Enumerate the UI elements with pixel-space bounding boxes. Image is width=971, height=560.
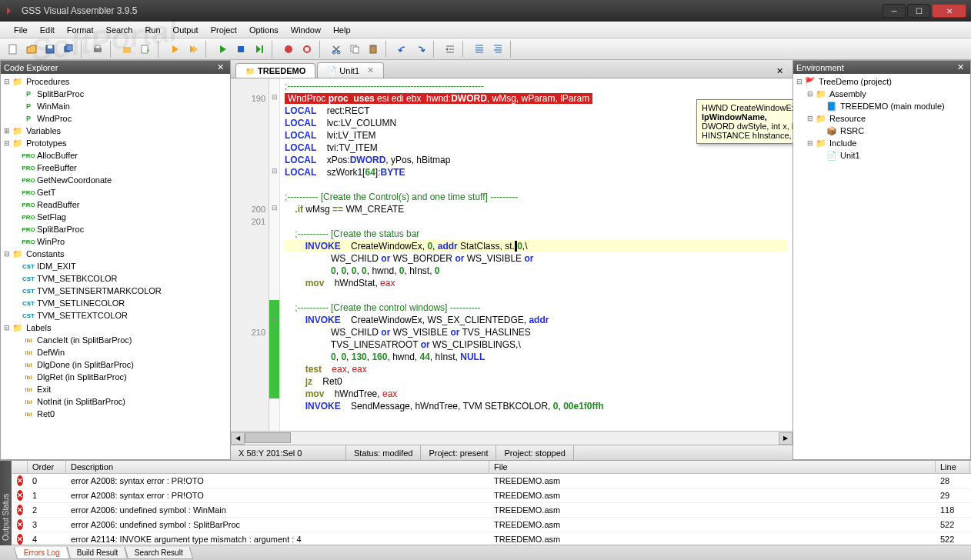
menu-file[interactable]: File [8, 24, 34, 36]
cut-button[interactable] [328, 41, 345, 58]
output-status-label: Output Status [0, 461, 12, 545]
svg-rect-2 [48, 45, 52, 48]
tree-item[interactable]: PROReadBuffer [2, 198, 229, 211]
debug-button[interactable] [280, 41, 297, 58]
copy-button[interactable] [346, 41, 363, 58]
editor-hscrollbar[interactable]: ◀ ▶ [231, 431, 792, 445]
tree-item[interactable]: PROWinPro [2, 235, 229, 248]
code-editor[interactable]: 190200201210 ⊟⊟⊟⊟ ;---------------------… [231, 78, 792, 431]
tree-item[interactable]: PWinMain [2, 100, 229, 112]
menu-run[interactable]: Run [138, 24, 166, 36]
close-button[interactable]: ✕ [932, 4, 966, 18]
format-button[interactable] [489, 41, 506, 58]
tree-item[interactable]: lblRet0 [2, 408, 229, 420]
tree-group[interactable]: ⊟📁Prototypes [2, 137, 229, 149]
run-button[interactable] [214, 41, 231, 58]
tree-item[interactable]: CSTTVM_SETLINECOLOR [2, 297, 229, 309]
env-tree-item[interactable]: ⊟🚩TreeDemo (project) [795, 75, 969, 88]
env-tree-item[interactable]: ⊟📁Include [795, 137, 969, 149]
tree-item[interactable]: lblNotInit (in SplitBarProc) [2, 395, 229, 408]
env-tree-item[interactable]: ⊟📁Resource [795, 112, 969, 125]
tab-build-result[interactable]: Build Result [67, 547, 128, 559]
tree-item[interactable]: lblDlgDone (in SplitBarProc) [2, 358, 229, 371]
undo-button[interactable] [394, 41, 411, 58]
tree-group[interactable]: ⊞📁Variables [2, 125, 229, 137]
tree-group[interactable]: ⊟📁Constants [2, 248, 229, 260]
error-row[interactable]: ✕4error A2114: INVOKE argument type mism… [12, 532, 971, 545]
step-button[interactable] [251, 41, 268, 58]
error-row[interactable]: ✕2error A2006: undefined symbol : WinMai… [12, 503, 971, 518]
tree-item[interactable]: CSTIDM_EXIT [2, 260, 229, 272]
svg-point-13 [304, 46, 310, 52]
menu-help[interactable]: Help [327, 24, 357, 36]
indent-button[interactable] [442, 41, 459, 58]
hscroll-thumb[interactable] [245, 432, 291, 443]
maximize-button[interactable]: ☐ [907, 4, 930, 18]
print-button[interactable] [89, 41, 106, 58]
scroll-right-button[interactable]: ▶ [779, 432, 792, 445]
code-explorer-close-icon[interactable]: ✕ [214, 62, 227, 72]
tree-item[interactable]: CSTTVM_SETINSERTMARKCOLOR [2, 285, 229, 297]
open-button[interactable] [23, 41, 40, 58]
paste-button[interactable] [365, 41, 382, 58]
tree-item[interactable]: lblDlgRet (in SplitBarProc) [2, 371, 229, 383]
save-button[interactable] [42, 41, 58, 58]
tree-item[interactable]: PROGetT [2, 186, 229, 198]
tab-unit1[interactable]: 📄 Unit1 ✕ [317, 62, 384, 78]
tree-item[interactable]: PWndProc [2, 112, 229, 125]
error-row[interactable]: ✕1error A2008: syntax error : PR!OTOTREE… [12, 488, 971, 503]
app-icon [5, 5, 17, 17]
tabs-close-icon[interactable]: ✕ [772, 65, 788, 78]
menu-project[interactable]: Project [205, 24, 243, 36]
tree-item[interactable]: PROSplitBarProc [2, 223, 229, 235]
tree-group[interactable]: ⊟📁Labels [2, 322, 229, 334]
add-file-button[interactable]: + [137, 41, 154, 58]
code-explorer-panel: Code Explorer ✕ ⊟📁ProceduresPSplitBarPro… [0, 60, 231, 460]
tab-search-result[interactable]: Search Result [125, 547, 193, 559]
menu-edit[interactable]: Edit [34, 24, 61, 36]
stop-button[interactable] [232, 41, 249, 58]
error-icon: ✕ [17, 505, 23, 515]
tree-item[interactable]: lblCancleIt (in SplitBarProc) [2, 334, 229, 346]
menu-search[interactable]: Search [100, 24, 139, 36]
project-button[interactable] [118, 41, 135, 58]
tree-item[interactable]: lblExit [2, 383, 229, 395]
env-tree-item[interactable]: 📘TREEDEMO (main module) [795, 100, 969, 112]
env-tree-item[interactable]: ⊟📁Assembly [795, 88, 969, 100]
save-all-button[interactable] [60, 41, 77, 58]
tree-item[interactable]: PROAllocBuffer [2, 149, 229, 162]
menu-output[interactable]: Output [167, 24, 205, 36]
tree-item[interactable]: CSTTVM_SETBKCOLOR [2, 272, 229, 285]
environment-close-icon[interactable]: ✕ [954, 62, 967, 72]
error-row[interactable]: ✕3error A2006: undefined symbol : SplitB… [12, 518, 971, 532]
tab-close-icon[interactable]: ✕ [367, 65, 374, 75]
menu-options[interactable]: Options [243, 24, 285, 36]
tree-item[interactable]: lblDefWin [2, 346, 229, 358]
tab-errors-log[interactable]: Errors Log [14, 547, 70, 559]
error-icon: ✕ [17, 490, 23, 501]
build-button[interactable] [166, 41, 183, 58]
param-tooltip: HWND CreateWindowEx : DWORD dwExStyle, L… [696, 99, 792, 144]
env-tree-item[interactable]: 📄Unit1 [795, 149, 969, 162]
minimize-button[interactable]: ─ [883, 4, 906, 18]
error-row[interactable]: ✕0error A2008: syntax error : PR!OTOTREE… [12, 474, 971, 488]
menu-format[interactable]: Format [61, 24, 100, 36]
tree-item[interactable]: CSTTVM_SETTEXTCOLOR [2, 309, 229, 322]
new-button[interactable] [5, 41, 22, 58]
tree-item[interactable]: PROSetFlag [2, 211, 229, 223]
outdent-button[interactable] [471, 41, 488, 58]
menu-window[interactable]: Window [285, 24, 327, 36]
tree-item[interactable]: PROGetNewCoordonate [2, 174, 229, 186]
scroll-left-button[interactable]: ◀ [231, 432, 245, 445]
tree-item[interactable]: PROFreeBuffer [2, 162, 229, 174]
output-tabs: Errors Log Build Result Search Result [0, 545, 971, 560]
redo-button[interactable] [412, 41, 429, 58]
build-all-button[interactable] [185, 41, 202, 58]
env-tree-item[interactable]: 📦RSRC [795, 125, 969, 137]
status-running: Project: stopped [496, 445, 574, 460]
tab-treedemo[interactable]: 📁 TREEDEMO [235, 63, 315, 78]
menubar: File Edit Format Search Run Output Proje… [0, 22, 971, 38]
breakpoint-button[interactable] [299, 41, 315, 58]
tree-item[interactable]: PSplitBarProc [2, 88, 229, 100]
tree-group[interactable]: ⊟📁Procedures [2, 75, 229, 88]
